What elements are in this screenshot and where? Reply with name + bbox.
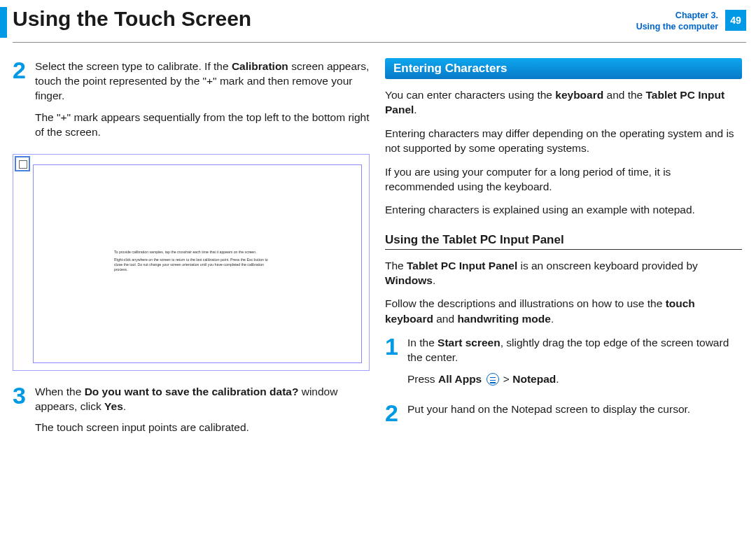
sub-para-2: Follow the descriptions and illustration… [385,296,742,326]
step-3: 3 When the Do you want to save the calib… [13,383,370,443]
step-2-para-1: Select the screen type to calibrate. If … [35,59,370,104]
entering-para-1: You can enter characters using the keybo… [385,87,742,118]
step-2: 2 Select the screen type to calibrate. I… [13,58,370,147]
right-column: Entering Characters You can enter charac… [385,58,742,449]
step-body: When the Do you want to save the calibra… [35,383,370,443]
entering-para-2: Entering characters may differ depending… [385,126,742,156]
step-body: In the Start screen, slightly drag the t… [407,334,742,394]
header-accent [0,7,7,38]
chapter-line-2: Using the computer [636,21,718,32]
calibration-crosshair-icon [15,156,30,171]
section-heading-bar: Entering Characters [385,58,742,79]
all-apps-icon [486,373,499,386]
step-3-para-1: When the Do you want to save the calibra… [35,385,370,414]
step-number: 3 [13,383,35,407]
content-columns: 2 Select the screen type to calibrate. I… [0,43,756,449]
right-step-2: 2 Put your hand on the Notepad screen to… [385,401,742,425]
calibration-instruction-text: To provide calibration samples, tap the … [114,250,268,275]
entering-para-3: If you are using your computer for a lon… [385,164,742,195]
right-step-1: 1 In the Start screen, slightly drag the… [385,334,742,394]
page-header: Using the Touch Screen Chapter 3. Using … [0,0,756,38]
right-step-2-para-1: Put your hand on the Notepad screen to d… [407,402,690,417]
step-number: 1 [385,334,407,358]
chapter-label: Chapter 3. Using the computer [636,6,722,33]
calibration-figure: To provide calibration samples, tap the … [13,154,370,371]
left-column: 2 Select the screen type to calibrate. I… [13,58,370,449]
right-step-1-para-1: In the Start screen, slightly drag the t… [407,336,742,365]
right-step-1-para-2: Press All Apps > Notepad. [407,372,742,387]
chapter-line-1: Chapter 3. [636,10,718,21]
step-2-para-2: The "+" mark appears sequentially from t… [35,111,370,140]
sub-para-1: The Tablet PC Input Panel is an onscreen… [385,258,742,288]
step-number: 2 [13,58,35,82]
subheading: Using the Tablet PC Input Panel [385,233,742,250]
step-body: Put your hand on the Notepad screen to d… [407,401,690,424]
page-title: Using the Touch Screen [13,6,636,30]
step-3-para-2: The touch screen input points are calibr… [35,421,370,435]
step-number: 2 [385,401,407,425]
step-body: Select the screen type to calibrate. If … [35,58,370,147]
entering-para-4: Entering characters is explained using a… [385,202,742,217]
page-number-badge: 49 [725,10,746,31]
